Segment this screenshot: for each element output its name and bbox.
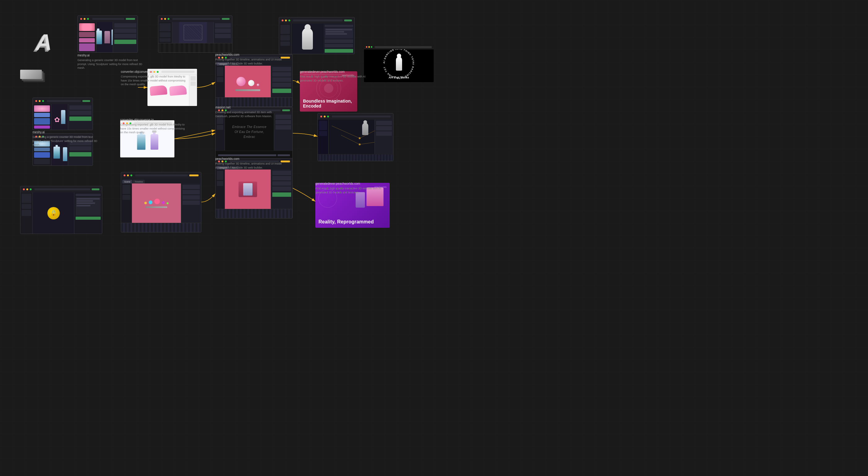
- label-meshy-top: meshy.ai Generating a generic counter 3D…: [78, 53, 146, 70]
- label-peach-bottom: peachworlds.com Putting together 3D time…: [215, 157, 283, 170]
- card-meshy-top[interactable]: [78, 16, 138, 53]
- card-bw-music[interactable]: AI DANCING INTO THINK TOTAI DANCING INTO…: [364, 45, 434, 82]
- card-peach-scene-mid[interactable]: Scene Timeline: [121, 172, 202, 232]
- bw-art-label: Art That Thinks: [389, 76, 409, 79]
- website-purple-headline: Reality, Reprogrammed: [318, 219, 386, 225]
- svg-line-3: [341, 135, 360, 144]
- svg-point-6: [359, 144, 361, 145]
- label-bottle-converter: converter.objconverse.io Compressing exp…: [120, 118, 188, 135]
- label-shoe-converter: converter.objconverse.io Compressing exp…: [121, 70, 189, 86]
- 3d-letter-a: A: [36, 29, 52, 55]
- card-wireframe-editor[interactable]: [317, 113, 394, 161]
- card-top-right-editor[interactable]: [279, 17, 355, 54]
- label-generatedever-pink: generatedever.peachworlds.com First resu…: [300, 70, 368, 83]
- label-peach-top: peachworlds.com Putting together 3D time…: [215, 53, 283, 65]
- svg-point-5: [359, 137, 361, 139]
- card-coin-editor[interactable]: 🔒: [20, 186, 102, 234]
- svg-line-1: [332, 126, 360, 138]
- label-masion: masion.net Creating and exporting animat…: [215, 106, 283, 118]
- card-left-flower-editor[interactable]: ✿: [33, 98, 93, 130]
- label-generatedever-purple: generatedever.peachworlds.com First resu…: [315, 182, 383, 194]
- 3d-block: [20, 70, 42, 79]
- card-middle-top-editor[interactable]: [158, 16, 232, 53]
- label-meshy-bottle: meshy.ai Generating a generic counter 3D…: [33, 130, 101, 147]
- svg-line-4: [360, 141, 374, 144]
- main-canvas: A: [0, 0, 868, 476]
